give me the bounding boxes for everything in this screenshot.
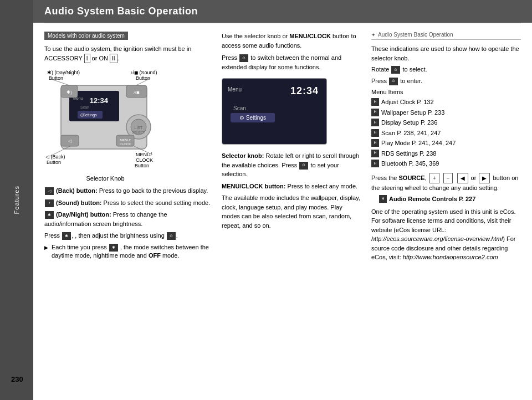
menu-item-playmode: H Play Mode P. 241, 244, 247 bbox=[371, 139, 521, 148]
svg-text:MENU/: MENU/ bbox=[120, 139, 131, 142]
menu-item-wallpaper: H Wallpaper Setup P. 233 bbox=[371, 108, 521, 117]
selector-knob-desc: Selector knob: Rotate left or right to s… bbox=[222, 151, 360, 230]
use-selector-text: Use the selector knob or MENU/CLOCK butt… bbox=[222, 32, 360, 50]
svg-text:Button: Button bbox=[136, 75, 150, 81]
menu-items-title: Menu Items bbox=[371, 89, 521, 95]
right-column: ✦ Audio System Basic Operation These ind… bbox=[371, 32, 521, 263]
menu-item-bluetooth: H Bluetooth P. 345, 369 bbox=[371, 159, 521, 168]
models-tag: Models with color audio system bbox=[44, 32, 128, 40]
press-switch-text: Press ⊙ to switch between the normal and… bbox=[222, 53, 360, 71]
svg-text:MENU/: MENU/ bbox=[136, 152, 152, 157]
body-back-button: ◁ (Back) button: Press to go back to the… bbox=[44, 186, 211, 260]
switch-icon: ⊙ bbox=[239, 54, 248, 62]
back-btn-icon: ◁ bbox=[45, 187, 54, 195]
sound-btn-icon: ♪ bbox=[45, 199, 54, 207]
svg-text:♪/◼ (Sound): ♪/◼ (Sound) bbox=[130, 70, 157, 75]
svg-text:CLOCK: CLOCK bbox=[136, 157, 153, 163]
accessory-icon: I bbox=[84, 54, 90, 63]
arrow-item: Each time you press ✱ , the mode switche… bbox=[44, 243, 211, 260]
press-icon: ✱ bbox=[62, 232, 71, 240]
page-title: Audio System Basic Operation bbox=[44, 6, 521, 17]
on-icon: II bbox=[110, 54, 117, 63]
menu-item-rds: H RDS Settings P. 238 bbox=[371, 149, 521, 158]
screen-scan-label: Scan bbox=[233, 105, 246, 111]
svg-text:Button: Button bbox=[47, 160, 61, 165]
screen-settings-btn: ⚙ Settings bbox=[231, 113, 275, 122]
next-btn: ▶ bbox=[479, 173, 490, 183]
sidebar-label: Features bbox=[13, 186, 20, 214]
content-area: Models with color audio system To use th… bbox=[33, 23, 532, 269]
ecos-text: One of the operating system used in this… bbox=[371, 207, 521, 262]
selector-knob-label: Selector Knob bbox=[44, 175, 166, 182]
menu-item-icon-5: H bbox=[371, 150, 379, 157]
svg-text:Button: Button bbox=[49, 75, 63, 81]
mid-column: Use the selector knob or MENU/CLOCK butt… bbox=[222, 32, 360, 263]
svg-text:✱): ✱) bbox=[66, 90, 72, 95]
svg-text:SELECT: SELECT bbox=[132, 131, 145, 134]
settings-gear-icon: ⚙ bbox=[239, 115, 246, 121]
svg-text:CLOCK: CLOCK bbox=[120, 142, 131, 146]
source-text: Press the SOURCE, + − ◀ or ▶ button on t… bbox=[371, 173, 521, 193]
menu-item-icon-6: H bbox=[371, 160, 379, 167]
menu-item-icon-4: H bbox=[371, 139, 379, 147]
right-section-intro: These indications are used to show how t… bbox=[371, 44, 521, 85]
screen-image: Menu 12:34 Scan ⚙ Settings bbox=[222, 78, 327, 145]
screen-time: 12:34 bbox=[290, 85, 319, 97]
menu-item-display: H Display Setup P. 236 bbox=[371, 118, 521, 127]
svg-text:Button: Button bbox=[135, 163, 149, 168]
svg-text:12:34: 12:34 bbox=[90, 96, 109, 105]
svg-text:♪/◼: ♪/◼ bbox=[133, 90, 139, 94]
rotate-icon: ⊙ bbox=[391, 66, 400, 74]
sidebar: Features bbox=[0, 0, 33, 400]
page-number: 230 bbox=[11, 375, 23, 383]
header-book-icon: ✦ bbox=[371, 32, 376, 38]
menu-item-icon-0: H bbox=[371, 98, 379, 106]
minus-btn: − bbox=[443, 173, 453, 183]
brightness-icon: ⊙ bbox=[167, 232, 176, 240]
svg-text:LIST: LIST bbox=[135, 126, 144, 130]
svg-text:◁ (Back): ◁ (Back) bbox=[45, 154, 65, 160]
svg-text:✱) (Day/Night): ✱) (Day/Night) bbox=[47, 70, 80, 75]
svg-text:Settings: Settings bbox=[83, 113, 97, 117]
diagram-container: 12:34 Menu Scan Settings ⚙ ✱) ♪/◼ bbox=[44, 69, 166, 182]
title-bar: Audio System Basic Operation bbox=[33, 0, 532, 23]
plus-btn: + bbox=[429, 173, 439, 183]
menu-item-icon-1: H bbox=[371, 109, 379, 116]
menu-item-icon-3: H bbox=[371, 129, 379, 137]
left-column: Models with color audio system To use th… bbox=[44, 32, 211, 263]
intro-text: To use the audio system, the ignition sw… bbox=[44, 44, 211, 63]
svg-text:Scan: Scan bbox=[80, 105, 89, 109]
menu-item-icon-2: H bbox=[371, 119, 379, 126]
main-content: Audio System Basic Operation Models with… bbox=[33, 0, 532, 400]
arrow-press-icon: ✱ bbox=[109, 244, 118, 252]
daynight-btn-icon: ✱ bbox=[45, 211, 54, 219]
menu-item-adjust-clock: H Adjust Clock P. 132 bbox=[371, 98, 521, 107]
menu-items-list: H Adjust Clock P. 132 H Wallpaper Setup … bbox=[371, 98, 521, 168]
audio-remote-line: H Audio Remote Controls P. 227 bbox=[371, 194, 521, 204]
diagram-svg: 12:34 Menu Scan Settings ⚙ ✱) ♪/◼ bbox=[44, 69, 166, 171]
svg-text:⚙: ⚙ bbox=[80, 112, 84, 118]
prev-btn: ◀ bbox=[457, 173, 468, 183]
knob-press-icon: ⊙ bbox=[299, 162, 308, 170]
menu-item-scan: H Scan P. 238, 241, 247 bbox=[371, 129, 521, 138]
svg-text:◁: ◁ bbox=[68, 139, 72, 143]
audio-remote-icon: H bbox=[379, 195, 387, 203]
press-enter-icon: ⊙ bbox=[389, 78, 398, 85]
right-header: ✦ Audio System Basic Operation bbox=[371, 32, 521, 40]
screen-menu-label: Menu bbox=[228, 86, 242, 93]
